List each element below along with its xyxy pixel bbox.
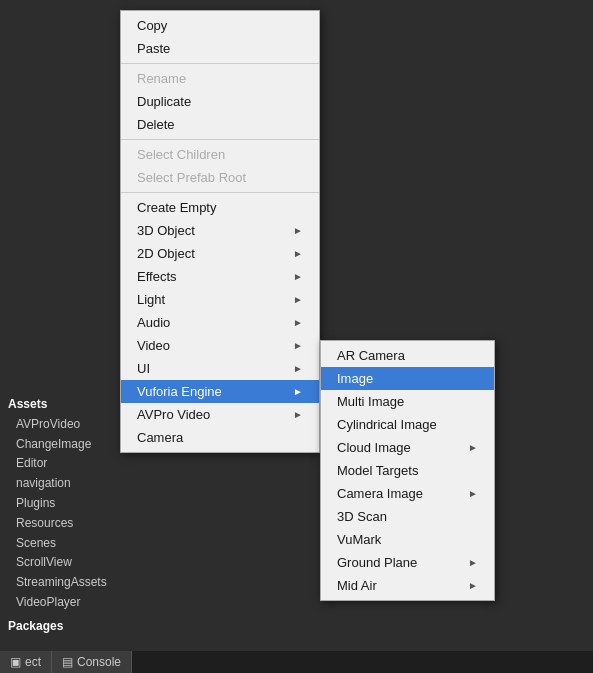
menu-item-ui-arrow: ► [293, 363, 303, 374]
packages-header: Packages [8, 617, 112, 637]
menu-item-video[interactable]: Video ► [121, 334, 319, 357]
tab-project[interactable]: ▣ ect [0, 651, 52, 673]
menu-item-3d-object-arrow: ► [293, 225, 303, 236]
tab-console[interactable]: ▤ Console [52, 651, 132, 673]
menu-item-select-prefab-root: Select Prefab Root [121, 166, 319, 189]
menu-item-effects-label: Effects [137, 269, 177, 284]
menu-item-video-arrow: ► [293, 340, 303, 351]
sub-menu-item-ground-plane-arrow: ► [468, 557, 478, 568]
sub-menu-item-ar-camera[interactable]: AR Camera [321, 344, 494, 367]
menu-item-camera[interactable]: Camera [121, 426, 319, 449]
menu-item-light[interactable]: Light ► [121, 288, 319, 311]
sub-menu-item-ground-plane[interactable]: Ground Plane ► [321, 551, 494, 574]
assets-header: Assets [8, 395, 112, 415]
menu-item-duplicate[interactable]: Duplicate [121, 90, 319, 113]
asset-editor[interactable]: Editor [8, 454, 112, 474]
asset-scrollview[interactable]: ScrollView [8, 553, 112, 573]
asset-scenes[interactable]: Scenes [8, 534, 112, 554]
assets-panel: Assets AVProVideo ChangeImage Editor nav… [0, 390, 120, 642]
sub-menu-item-image[interactable]: Image [321, 367, 494, 390]
sub-menu-item-mid-air[interactable]: Mid Air ► [321, 574, 494, 597]
menu-item-audio-label: Audio [137, 315, 170, 330]
sub-menu-item-camera-image-arrow: ► [468, 488, 478, 499]
sub-menu-item-cloud-image-arrow: ► [468, 442, 478, 453]
asset-streamingassets[interactable]: StreamingAssets [8, 573, 112, 593]
menu-item-avpro-video-arrow: ► [293, 409, 303, 420]
vuforia-submenu: AR Camera Image Multi Image Cylindrical … [320, 340, 495, 601]
menu-item-light-arrow: ► [293, 294, 303, 305]
console-tab-label: Console [77, 655, 121, 669]
menu-item-video-label: Video [137, 338, 170, 353]
menu-item-light-label: Light [137, 292, 165, 307]
menu-item-vuforia-engine-label: Vuforia Engine [137, 384, 222, 399]
context-menu-main: Copy Paste Rename Duplicate Delete Selec… [120, 10, 320, 453]
menu-separator-1 [121, 63, 319, 64]
menu-item-ui[interactable]: UI ► [121, 357, 319, 380]
asset-navigation[interactable]: navigation [8, 474, 112, 494]
sub-menu-item-mid-air-label: Mid Air [337, 578, 377, 593]
console-tab-icon: ▤ [62, 655, 73, 669]
menu-item-effects[interactable]: Effects ► [121, 265, 319, 288]
sub-menu-item-cloud-image-label: Cloud Image [337, 440, 411, 455]
asset-plugins[interactable]: Plugins [8, 494, 112, 514]
project-tab-icon: ▣ [10, 655, 21, 669]
menu-item-audio-arrow: ► [293, 317, 303, 328]
menu-item-avpro-video[interactable]: AVPro Video ► [121, 403, 319, 426]
sub-menu-item-cylindrical-image[interactable]: Cylindrical Image [321, 413, 494, 436]
sub-menu-item-cloud-image[interactable]: Cloud Image ► [321, 436, 494, 459]
sub-menu-item-model-targets[interactable]: Model Targets [321, 459, 494, 482]
sub-menu-item-vumark[interactable]: VuMark [321, 528, 494, 551]
sub-menu-item-mid-air-arrow: ► [468, 580, 478, 591]
sub-menu-item-camera-image[interactable]: Camera Image ► [321, 482, 494, 505]
menu-item-audio[interactable]: Audio ► [121, 311, 319, 334]
asset-resources[interactable]: Resources [8, 514, 112, 534]
sub-menu-item-multi-image[interactable]: Multi Image [321, 390, 494, 413]
menu-item-2d-object-label: 2D Object [137, 246, 195, 261]
menu-item-create-empty[interactable]: Create Empty [121, 196, 319, 219]
menu-item-3d-object[interactable]: 3D Object ► [121, 219, 319, 242]
menu-item-2d-object[interactable]: 2D Object ► [121, 242, 319, 265]
menu-item-2d-object-arrow: ► [293, 248, 303, 259]
menu-item-avpro-video-label: AVPro Video [137, 407, 210, 422]
menu-item-vuforia-engine[interactable]: Vuforia Engine ► [121, 380, 319, 403]
sub-menu-item-ground-plane-label: Ground Plane [337, 555, 417, 570]
menu-item-3d-object-label: 3D Object [137, 223, 195, 238]
menu-item-copy[interactable]: Copy [121, 14, 319, 37]
asset-changeimage[interactable]: ChangeImage [8, 435, 112, 455]
menu-item-vuforia-engine-arrow: ► [293, 386, 303, 397]
menu-separator-3 [121, 192, 319, 193]
bottom-tabs-bar: ▣ ect ▤ Console [0, 651, 593, 673]
project-tab-label: ect [25, 655, 41, 669]
menu-item-rename: Rename [121, 67, 319, 90]
sub-menu-item-3d-scan[interactable]: 3D Scan [321, 505, 494, 528]
menu-item-delete[interactable]: Delete [121, 113, 319, 136]
menu-item-effects-arrow: ► [293, 271, 303, 282]
menu-item-ui-label: UI [137, 361, 150, 376]
sub-menu-item-camera-image-label: Camera Image [337, 486, 423, 501]
menu-item-paste[interactable]: Paste [121, 37, 319, 60]
asset-avprovideo[interactable]: AVProVideo [8, 415, 112, 435]
asset-videoplayer[interactable]: VideoPlayer [8, 593, 112, 613]
menu-item-select-children: Select Children [121, 143, 319, 166]
menu-separator-2 [121, 139, 319, 140]
